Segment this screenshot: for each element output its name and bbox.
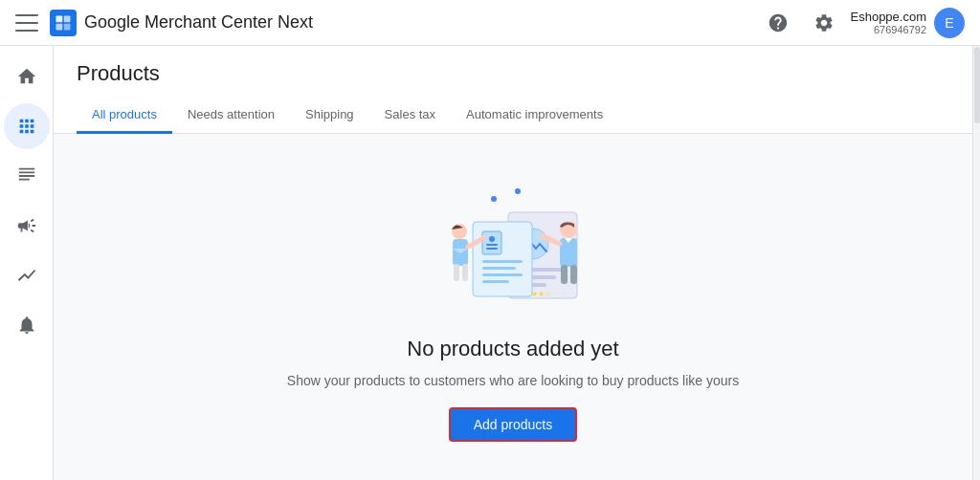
app-logo (50, 10, 77, 36)
svg-rect-1 (64, 15, 71, 22)
help-button[interactable] (759, 4, 797, 42)
sidebar (0, 46, 54, 480)
add-products-button[interactable]: Add products (449, 407, 578, 442)
svg-rect-0 (56, 15, 63, 22)
header-actions: Eshoppe.com 676946792 E (759, 4, 966, 42)
page-title: Products (77, 61, 949, 86)
svg-rect-12 (473, 222, 532, 296)
header: Google Merchant Center Next Eshoppe.com … (0, 0, 980, 46)
sidebar-item-marketing[interactable] (4, 203, 50, 249)
app-title: Google Merchant Center Next (84, 12, 759, 33)
main-content: Products All products Needs attention Sh… (54, 46, 972, 480)
page-header: Products (54, 46, 972, 98)
layout: Products All products Needs attention Sh… (0, 46, 980, 480)
svg-rect-13 (482, 231, 501, 254)
svg-rect-18 (482, 267, 516, 270)
empty-title: No products added yet (407, 337, 618, 361)
svg-point-14 (489, 236, 495, 242)
tab-needs-attention[interactable]: Needs attention (172, 98, 290, 134)
svg-rect-20 (482, 280, 509, 283)
account-name: Eshoppe.com (851, 10, 927, 24)
sidebar-item-reports[interactable] (4, 153, 50, 199)
sidebar-item-products[interactable] (4, 103, 50, 149)
scrollbar-thumb[interactable] (974, 47, 980, 123)
svg-point-4 (491, 196, 497, 202)
empty-subtitle: Show your products to customers who are … (287, 373, 739, 388)
empty-illustration: ★★★★☆ (408, 172, 618, 325)
svg-rect-3 (64, 23, 71, 30)
settings-button[interactable] (805, 4, 843, 42)
account-info: Eshoppe.com 676946792 (851, 10, 927, 35)
svg-rect-17 (482, 260, 523, 263)
tab-all-products[interactable]: All products (77, 98, 172, 134)
sidebar-item-home[interactable] (4, 54, 50, 99)
avatar[interactable]: E (934, 8, 965, 38)
tab-automatic-improvements[interactable]: Automatic improvements (451, 98, 618, 134)
account-id: 676946792 (851, 24, 927, 35)
svg-rect-24 (462, 264, 468, 281)
content-area: ★★★★☆ (54, 134, 972, 480)
tab-sales-tax[interactable]: Sales tax (369, 98, 451, 134)
empty-state: ★★★★☆ (287, 172, 739, 442)
tabs-bar: All products Needs attention Shipping Sa… (54, 98, 972, 134)
svg-rect-27 (561, 265, 568, 284)
svg-rect-15 (486, 244, 498, 246)
svg-rect-2 (56, 23, 63, 30)
account-section[interactable]: Eshoppe.com 676946792 E (851, 8, 966, 38)
svg-rect-28 (570, 265, 577, 284)
svg-point-5 (515, 188, 521, 194)
menu-icon[interactable] (15, 11, 38, 34)
svg-rect-23 (454, 264, 459, 281)
svg-rect-19 (482, 273, 523, 276)
sidebar-item-analytics[interactable] (4, 252, 50, 298)
scrollbar-track (972, 46, 980, 480)
sidebar-item-notifications[interactable] (4, 302, 50, 348)
tab-shipping[interactable]: Shipping (290, 98, 369, 134)
svg-rect-16 (486, 248, 498, 250)
